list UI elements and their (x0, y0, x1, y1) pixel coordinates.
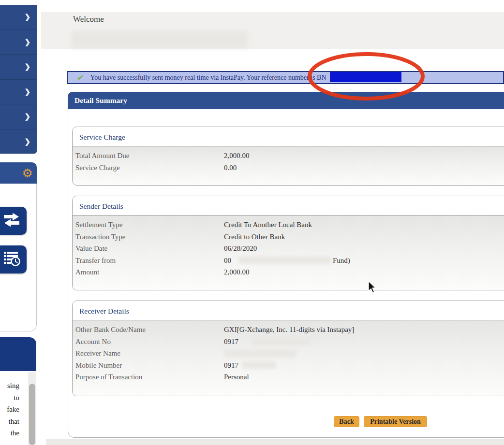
row-value-text: GXI[G-Xchange, Inc. 11-digits via Instap… (224, 324, 354, 336)
detail-row: Amount2,000.00 (73, 266, 504, 278)
detail-row: Service Charge0.00 (73, 162, 504, 174)
sidebar-settings-bar: ⚙ (0, 162, 37, 184)
sidebar-nav-item-5[interactable]: ❯ (0, 104, 37, 129)
detail-row: Value Date06/28/2020 (73, 243, 504, 255)
row-value-text: Credit To Another Local Bank (224, 219, 312, 231)
chevron-right-icon: ❯ (24, 137, 30, 146)
section-rows: Other Bank Code/NameGXI[G-Xchange, Inc. … (73, 320, 504, 396)
row-value-text: 2,000.00 (224, 150, 250, 162)
sidebar-nav-item-6[interactable]: ❯ (0, 129, 37, 154)
chevron-right-icon: ❯ (24, 87, 30, 96)
row-value-text: Credit to Other Bank (224, 231, 285, 243)
section-title: Receiver Details (73, 301, 504, 320)
chevron-right-icon: ❯ (24, 38, 30, 46)
redacted-value (239, 257, 331, 264)
row-value: 2,000.00 (224, 150, 250, 162)
redacted-username (72, 31, 248, 48)
banking-page: ❯❯❯❯❯❯ ⚙ (0, 0, 504, 445)
welcome-label: Welcome (73, 14, 104, 24)
row-label: Total Amount Due (73, 150, 224, 162)
success-message: You have successfully sent money real ti… (90, 74, 326, 82)
redacted-value (224, 350, 296, 357)
sidebar-tool-panel (0, 184, 37, 331)
transfer-funds-tile[interactable] (0, 207, 27, 235)
row-label: Transfer from (73, 255, 224, 267)
notice-text-line: that (0, 416, 19, 428)
row-value: 0917 (224, 359, 276, 372)
section-rows: Settlement TypeCredit To Another Local B… (73, 215, 504, 290)
row-label: Amount (73, 266, 224, 278)
redacted-value (242, 361, 276, 369)
section-rows: Total Amount Due2,000.00Service Charge0.… (73, 146, 504, 185)
row-value: 0917 (224, 336, 310, 348)
detail-row: Transaction TypeCredit to Other Bank (73, 231, 504, 243)
row-label: Transaction Type (73, 231, 224, 243)
detail-row: Settlement TypeCredit To Another Local B… (73, 219, 504, 231)
welcome-band: Welcome (41, 12, 504, 49)
sidebar-nav-item-3[interactable]: ❯ (0, 54, 37, 79)
detail-row: Purpose of TransactionPersonal (73, 371, 504, 383)
row-label: Other Bank Code/Name (73, 324, 224, 336)
detail-row: Account No0917 (73, 336, 504, 348)
detail-row: Transfer from00Fund) (73, 255, 504, 267)
sidebar-nav-item-1[interactable]: ❯ (0, 5, 37, 29)
transaction-history-icon (3, 251, 20, 268)
redacted-value (252, 338, 310, 345)
detail-summary-header: Detail Summary (68, 92, 504, 109)
back-button[interactable]: Back (334, 416, 359, 427)
row-label: Service Charge (73, 162, 224, 174)
section-service-charge: Service ChargeTotal Amount Due2,000.00Se… (72, 127, 504, 186)
bottom-strip (46, 439, 504, 445)
sidebar-nav-item-4[interactable]: ❯ (0, 79, 37, 104)
detail-row: Receiver Name (73, 347, 504, 359)
chevron-right-icon: ❯ (24, 13, 30, 21)
success-alert: ✔ You have successfully sent money real … (67, 71, 504, 84)
row-value (224, 347, 296, 359)
scrollbar-track[interactable] (28, 372, 36, 445)
printable-version-button[interactable]: Printable Version (364, 416, 427, 427)
row-label: Mobile Number (73, 359, 224, 372)
transaction-history-tile[interactable] (0, 245, 27, 273)
chevron-right-icon: ❯ (24, 112, 30, 121)
detail-row: Total Amount Due2,000.00 (73, 150, 504, 162)
section-sender-details: Sender DetailsSettlement TypeCredit To A… (72, 196, 504, 290)
row-value: Personal (224, 371, 249, 383)
row-value: Credit To Another Local Bank (224, 219, 312, 231)
section-receiver-details: Receiver DetailsOther Bank Code/NameGXI[… (72, 301, 504, 396)
sidebar-nav-item-2[interactable]: ❯ (0, 29, 37, 55)
redacted-reference-number (330, 72, 401, 82)
gear-icon[interactable]: ⚙ (22, 167, 33, 179)
row-value-text: 2,000.00 (224, 266, 250, 278)
check-icon: ✔ (76, 73, 84, 82)
row-value: Credit to Other Bank (224, 231, 285, 243)
detail-summary-container: Service ChargeTotal Amount Due2,000.00Se… (68, 109, 504, 438)
detail-row: Mobile Number0917 (73, 359, 504, 372)
row-label: Receiver Name (73, 347, 224, 359)
notice-text: singtofakethatthe (0, 380, 19, 439)
transfer-arrows-icon (2, 213, 21, 229)
row-label: Value Date (73, 243, 224, 255)
row-value: 0.00 (224, 162, 237, 174)
row-value-text: Personal (224, 371, 249, 383)
detail-row: Other Bank Code/NameGXI[G-Xchange, Inc. … (73, 324, 504, 336)
notice-text-line: fake (0, 403, 19, 416)
notice-text-line: sing (0, 380, 19, 392)
row-value-text: 06/28/2020 (224, 243, 257, 255)
section-title: Sender Details (73, 196, 504, 215)
row-value-text: 0.00 (224, 162, 237, 174)
notice-text-line: the (0, 427, 19, 439)
section-title: Service Charge (73, 127, 504, 146)
row-value-text: 0917 (224, 336, 238, 348)
row-value-text: 0917 (224, 359, 238, 372)
chevron-right-icon: ❯ (24, 62, 30, 71)
row-label: Settlement Type (73, 219, 224, 231)
row-value-text: 00 (224, 255, 231, 267)
row-value: 00Fund) (224, 255, 350, 267)
row-value-suffix: Fund) (333, 255, 350, 267)
row-value: 06/28/2020 (224, 243, 257, 255)
scrollbar-thumb[interactable] (29, 384, 35, 445)
row-value: 2,000.00 (224, 266, 250, 278)
notice-text-line: to (0, 392, 19, 404)
sidebar-notice-body: singtofakethatthe (0, 371, 36, 445)
row-value: GXI[G-Xchange, Inc. 11-digits via Instap… (224, 324, 354, 336)
